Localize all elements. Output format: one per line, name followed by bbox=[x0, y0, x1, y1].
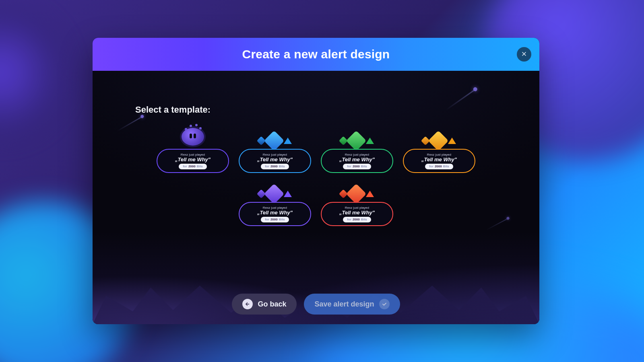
template-preview-pill: Rexz just played „Tell me Why" for 2000 … bbox=[403, 149, 475, 173]
template-card-green-gems[interactable]: Rexz just played „Tell me Why" for 2000 … bbox=[317, 130, 397, 179]
modal-title: Create a new alert design bbox=[242, 47, 390, 61]
chip-prefix: for bbox=[347, 165, 351, 168]
save-alert-design-label: Save alert design bbox=[314, 300, 374, 309]
preview-line1: Rexz just played bbox=[345, 153, 369, 156]
chip-unit: Bits bbox=[443, 165, 449, 168]
preview-chip: for 2000 Bits bbox=[343, 217, 371, 222]
preview-chip: for 2000 Bits bbox=[179, 164, 207, 169]
template-card-purple-mascot[interactable]: Rexz just played „Tell me Why" for 2000 … bbox=[153, 130, 233, 179]
go-back-button[interactable]: Go back bbox=[232, 294, 297, 315]
chip-unit: Bits bbox=[361, 218, 367, 221]
modal-header: Create a new alert design bbox=[93, 38, 539, 71]
chip-unit: Bits bbox=[279, 165, 285, 168]
preview-line1: Rexz just played bbox=[263, 206, 287, 210]
chip-unit: Bits bbox=[361, 165, 367, 168]
modal-footer: Go back Save alert design bbox=[93, 294, 539, 315]
template-card-violet-gems[interactable]: Rexz just played „Tell me Why" for 2000 … bbox=[235, 183, 315, 232]
save-alert-design-button[interactable]: Save alert design bbox=[304, 294, 400, 315]
template-preview-pill: Rexz just played „Tell me Why" for 2000 … bbox=[321, 202, 393, 226]
check-circle-icon bbox=[379, 299, 390, 309]
template-preview-pill: Rexz just played „Tell me Why" for 2000 … bbox=[239, 149, 311, 173]
template-card-orange-gems[interactable]: Rexz just played „Tell me Why" for 2000 … bbox=[399, 130, 479, 179]
arrow-left-icon bbox=[242, 299, 253, 309]
go-back-label: Go back bbox=[258, 300, 286, 309]
section-title: Select a template: bbox=[135, 105, 211, 115]
chip-amount: 2000 bbox=[270, 218, 278, 221]
chip-prefix: for bbox=[265, 218, 269, 221]
template-card-blue-gems[interactable]: Rexz just played „Tell me Why" for 2000 … bbox=[235, 130, 315, 179]
chip-amount: 2000 bbox=[270, 165, 278, 168]
preview-line1: Rexz just played bbox=[427, 153, 451, 156]
modal: Create a new alert design Select a templ… bbox=[93, 38, 539, 324]
preview-line2: „Tell me Why" bbox=[257, 156, 293, 162]
preview-chip: for 2000 Bits bbox=[261, 217, 289, 222]
preview-line1: Rexz just played bbox=[181, 153, 205, 156]
chip-prefix: for bbox=[347, 218, 351, 221]
template-preview-pill: Rexz just played „Tell me Why" for 2000 … bbox=[157, 149, 229, 173]
mascot-icon bbox=[182, 128, 204, 146]
preview-line2: „Tell me Why" bbox=[339, 156, 375, 162]
chip-amount: 2000 bbox=[188, 165, 196, 168]
chip-unit: Bits bbox=[279, 218, 285, 221]
preview-line2: „Tell me Why" bbox=[257, 210, 293, 216]
template-grid: Rexz just played „Tell me Why" for 2000 … bbox=[141, 130, 491, 232]
chip-prefix: for bbox=[265, 165, 269, 168]
preview-line2: „Tell me Why" bbox=[421, 156, 457, 162]
chip-prefix: for bbox=[429, 165, 433, 168]
preview-line2: „Tell me Why" bbox=[175, 156, 211, 162]
preview-chip: for 2000 Bits bbox=[343, 164, 371, 169]
close-button[interactable] bbox=[517, 47, 531, 62]
close-icon bbox=[521, 51, 527, 58]
template-card-red-gems[interactable]: Rexz just played „Tell me Why" for 2000 … bbox=[317, 183, 397, 232]
preview-line1: Rexz just played bbox=[345, 206, 369, 210]
chip-unit: Bits bbox=[197, 165, 203, 168]
preview-chip: for 2000 Bits bbox=[425, 164, 453, 169]
preview-chip: for 2000 Bits bbox=[261, 164, 289, 169]
preview-line1: Rexz just played bbox=[263, 153, 287, 156]
template-preview-pill: Rexz just played „Tell me Why" for 2000 … bbox=[239, 202, 311, 226]
modal-body: Select a template: Rexz just played „Tel… bbox=[93, 71, 539, 324]
chip-amount: 2000 bbox=[353, 218, 360, 221]
template-preview-pill: Rexz just played „Tell me Why" for 2000 … bbox=[321, 149, 393, 173]
chip-prefix: for bbox=[183, 165, 187, 168]
chip-amount: 2000 bbox=[435, 165, 442, 168]
preview-line2: „Tell me Why" bbox=[339, 210, 375, 216]
chip-amount: 2000 bbox=[353, 165, 360, 168]
